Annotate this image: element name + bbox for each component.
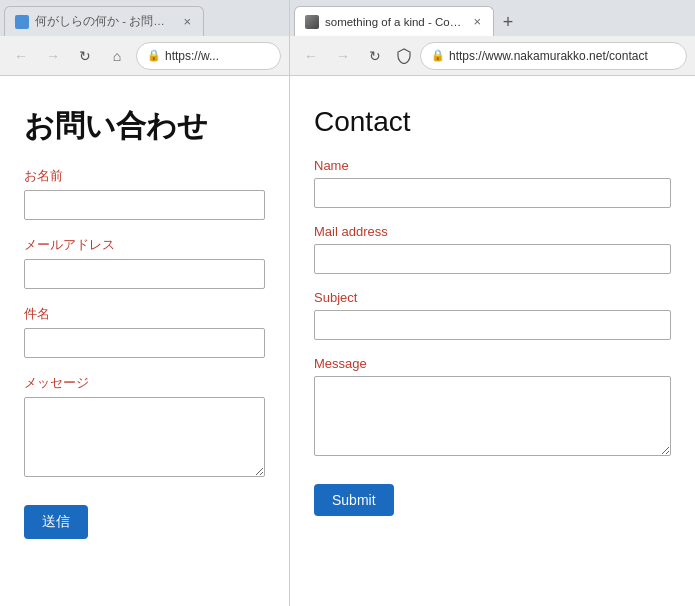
left-address-bar: ← → ↻ ⌂ 🔒 https://w... — [0, 36, 289, 76]
browser-container: 何がしらの何か - お問い合わせ × ← → ↻ ⌂ 🔒 https://w..… — [0, 0, 695, 606]
left-back-button[interactable]: ← — [8, 43, 34, 69]
left-tab-close-icon[interactable]: × — [181, 14, 193, 29]
right-message-textarea[interactable] — [314, 376, 671, 456]
right-subject-input[interactable] — [314, 310, 671, 340]
right-email-label: Mail address — [314, 224, 671, 239]
left-window: 何がしらの何か - お問い合わせ × ← → ↻ ⌂ 🔒 https://w..… — [0, 0, 290, 606]
left-message-textarea[interactable] — [24, 397, 265, 477]
left-refresh-icon: ↻ — [79, 48, 91, 64]
right-email-input[interactable] — [314, 244, 671, 274]
right-url-bar[interactable]: 🔒 https://www.nakamurakko.net/contact — [420, 42, 687, 70]
left-name-input[interactable] — [24, 190, 265, 220]
left-forward-icon: → — [46, 48, 60, 64]
left-tab-title: 何がしらの何か - お問い合わせ — [35, 14, 175, 29]
left-page-heading: お問い合わせ — [24, 106, 265, 147]
right-page-content: Contact Name Mail address Subject Messag… — [290, 76, 695, 606]
left-tab[interactable]: 何がしらの何か - お問い合わせ × — [4, 6, 204, 36]
left-url-text: https://w... — [165, 49, 219, 63]
right-name-label: Name — [314, 158, 671, 173]
left-refresh-button[interactable]: ↻ — [72, 43, 98, 69]
right-forward-button[interactable]: → — [330, 43, 356, 69]
left-email-label: メールアドレス — [24, 236, 265, 254]
left-url-bar[interactable]: 🔒 https://w... — [136, 42, 281, 70]
right-back-button[interactable]: ← — [298, 43, 324, 69]
right-tab-close-icon[interactable]: × — [471, 14, 483, 29]
left-name-group: お名前 — [24, 167, 265, 220]
right-name-input[interactable] — [314, 178, 671, 208]
right-url-text: https://www.nakamurakko.net/contact — [449, 49, 648, 63]
right-subject-label: Subject — [314, 290, 671, 305]
left-forward-button[interactable]: → — [40, 43, 66, 69]
right-page-heading: Contact — [314, 106, 671, 138]
right-refresh-button[interactable]: ↻ — [362, 43, 388, 69]
right-tab[interactable]: something of a kind - Contact × — [294, 6, 494, 36]
right-subject-group: Subject — [314, 290, 671, 340]
left-name-label: お名前 — [24, 167, 265, 185]
right-forward-icon: → — [336, 48, 350, 64]
right-back-icon: ← — [304, 48, 318, 64]
right-name-group: Name — [314, 158, 671, 208]
left-subject-group: 件名 — [24, 305, 265, 358]
right-submit-button[interactable]: Submit — [314, 484, 394, 516]
right-message-label: Message — [314, 356, 671, 371]
left-home-button[interactable]: ⌂ — [104, 43, 130, 69]
left-email-input[interactable] — [24, 259, 265, 289]
right-tab-bar: something of a kind - Contact × + — [290, 0, 695, 36]
right-tab-favicon — [305, 15, 319, 29]
left-submit-button[interactable]: 送信 — [24, 505, 88, 539]
left-message-group: メッセージ — [24, 374, 265, 481]
left-back-icon: ← — [14, 48, 28, 64]
right-lock-icon: 🔒 — [431, 49, 445, 62]
left-page-content: お問い合わせ お名前 メールアドレス 件名 メッセージ 送信 — [0, 76, 289, 606]
left-subject-label: 件名 — [24, 305, 265, 323]
right-address-bar: ← → ↻ 🔒 https://www.nakamurakko.net/cont… — [290, 36, 695, 76]
left-email-group: メールアドレス — [24, 236, 265, 289]
right-message-group: Message — [314, 356, 671, 460]
right-refresh-icon: ↻ — [369, 48, 381, 64]
right-email-group: Mail address — [314, 224, 671, 274]
left-tab-bar: 何がしらの何か - お問い合わせ × — [0, 0, 289, 36]
left-lock-icon: 🔒 — [147, 49, 161, 62]
right-tab-title: something of a kind - Contact — [325, 16, 465, 28]
left-tab-favicon — [15, 15, 29, 29]
right-shield-icon — [394, 48, 414, 64]
new-tab-button[interactable]: + — [494, 8, 522, 36]
left-message-label: メッセージ — [24, 374, 265, 392]
left-home-icon: ⌂ — [113, 48, 121, 64]
left-subject-input[interactable] — [24, 328, 265, 358]
right-window: something of a kind - Contact × + ← → ↻ — [290, 0, 695, 606]
